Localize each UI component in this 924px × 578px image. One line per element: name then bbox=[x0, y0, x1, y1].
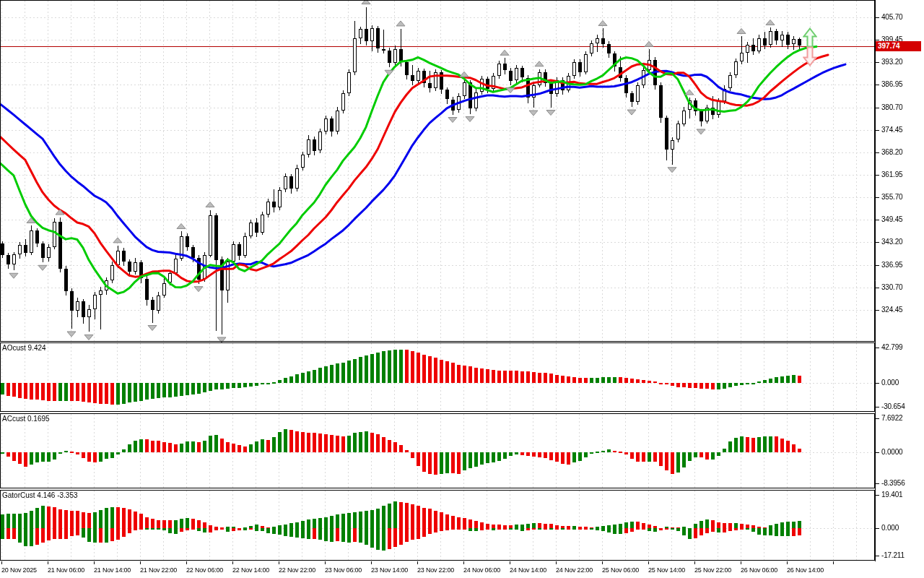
price-axis[interactable] bbox=[875, 0, 924, 561]
current-price-tag: 397.74 bbox=[876, 41, 921, 51]
ac-panel-title: ACcust 0.1695 bbox=[2, 415, 50, 423]
ao-panel-title: AOcust 9.424 bbox=[2, 344, 46, 353]
ao-indicator-panel[interactable] bbox=[0, 342, 875, 412]
main-chart-panel[interactable] bbox=[0, 0, 875, 342]
gator-panel-title: GatorCust 4.146 -3.353 bbox=[2, 491, 78, 500]
sell-signal-arrow[interactable] bbox=[803, 46, 817, 69]
gator-indicator-panel[interactable] bbox=[0, 490, 875, 561]
ac-indicator-panel[interactable] bbox=[0, 413, 875, 488]
time-axis[interactable] bbox=[0, 561, 924, 578]
trading-chart-window: AOcust 9.424 ACcust 0.1695 GatorCust 4.1… bbox=[0, 0, 924, 578]
